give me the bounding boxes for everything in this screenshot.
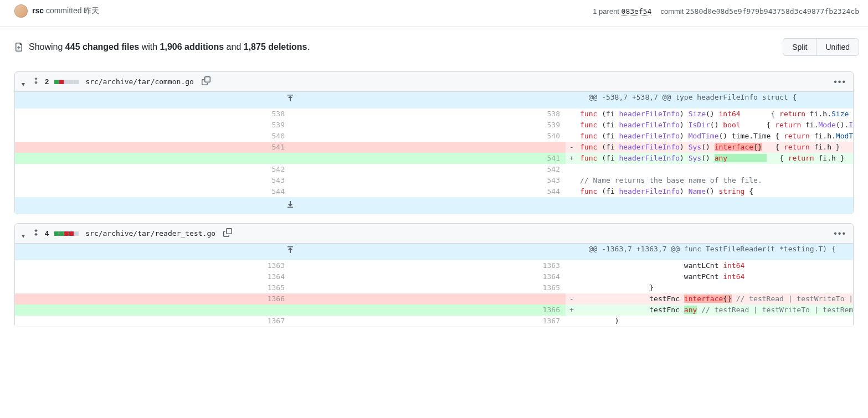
code-content: wantPCnt int64 bbox=[578, 271, 853, 282]
diffstat-block bbox=[64, 231, 69, 236]
parent-sha-link[interactable]: 083ef54 bbox=[622, 7, 652, 16]
new-line-number[interactable]: 542 bbox=[290, 164, 566, 175]
file-diff-icon[interactable] bbox=[14, 43, 23, 51]
new-line-number[interactable] bbox=[290, 293, 566, 305]
new-line-number[interactable]: 540 bbox=[290, 131, 566, 142]
commit-sha-block: 1 parent 083ef54 commit 2580d0e08d5e9f97… bbox=[593, 7, 859, 16]
file-path-link[interactable]: src/archive/tar/reader_test.go bbox=[85, 229, 215, 238]
diff-line-ctx: 539539 func (fi headerFileInfo) IsDir() … bbox=[15, 120, 853, 131]
svg-rect-2 bbox=[287, 246, 293, 247]
new-line-number[interactable]: 544 bbox=[290, 186, 566, 197]
copy-path-icon[interactable] bbox=[198, 76, 210, 87]
new-line-number[interactable]: 543 bbox=[290, 175, 566, 186]
old-line-number[interactable]: 542 bbox=[15, 164, 290, 175]
file-block: 2src/archive/tar/common.go••• @@ -538,7 … bbox=[14, 71, 854, 214]
file-header: 2src/archive/tar/common.go••• bbox=[15, 72, 853, 92]
marker bbox=[566, 92, 578, 109]
old-line-number[interactable]: 544 bbox=[15, 186, 290, 197]
old-line-number[interactable]: 539 bbox=[15, 120, 290, 131]
code-content bbox=[578, 164, 853, 175]
diffstat-block bbox=[74, 231, 79, 236]
code-content: ) bbox=[578, 316, 853, 327]
file-header: 4src/archive/tar/reader_test.go••• bbox=[15, 224, 853, 244]
expand-all-icon[interactable] bbox=[32, 76, 40, 87]
diff-marker bbox=[566, 109, 578, 120]
code-content: func (fi headerFileInfo) Size() int64 { … bbox=[578, 109, 853, 120]
expand-up-button[interactable] bbox=[15, 244, 566, 260]
diffstat-block bbox=[74, 80, 79, 84]
code-content: // Name returns the base name of the fil… bbox=[578, 175, 853, 186]
diff-marker bbox=[566, 164, 578, 175]
diffstat-block bbox=[54, 231, 59, 236]
copy-path-icon[interactable] bbox=[220, 228, 232, 239]
hunk-header-text: @@ -538,7 +538,7 @@ type headerFileInfo … bbox=[578, 92, 853, 109]
diff-marker bbox=[566, 131, 578, 142]
diff-marker bbox=[566, 186, 578, 197]
new-line-number[interactable]: 541 bbox=[290, 153, 566, 164]
kebab-menu-icon[interactable]: ••• bbox=[834, 77, 846, 87]
split-view-button[interactable]: Split bbox=[783, 38, 816, 56]
code-content: func (fi headerFileInfo) Sys() any { ret… bbox=[578, 153, 853, 164]
diff-line-del: 1366- testFnc interface{} // testRead | … bbox=[15, 293, 853, 305]
diffstat-block bbox=[54, 80, 59, 84]
code-content: testFnc any // testRead | testWriteTo | … bbox=[578, 305, 853, 316]
expand-all-icon[interactable] bbox=[32, 228, 40, 239]
new-line-number[interactable] bbox=[290, 142, 566, 153]
diff-marker bbox=[566, 175, 578, 186]
diff-line-add: 1366+ testFnc any // testRead | testWrit… bbox=[15, 305, 853, 316]
collapse-caret-icon[interactable] bbox=[22, 231, 27, 236]
change-count: 2 bbox=[45, 78, 49, 86]
old-line-number[interactable]: 541 bbox=[15, 142, 290, 153]
old-line-number[interactable] bbox=[15, 305, 290, 316]
old-line-number[interactable]: 1363 bbox=[15, 260, 290, 271]
author-link[interactable]: rsc bbox=[32, 6, 44, 15]
old-line-number[interactable]: 540 bbox=[15, 131, 290, 142]
code-content: func (fi headerFileInfo) Name() string { bbox=[578, 186, 853, 197]
file-path-link[interactable]: src/archive/tar/common.go bbox=[85, 78, 194, 86]
diff-line-ctx: 540540 func (fi headerFileInfo) ModTime(… bbox=[15, 131, 853, 142]
diffstat-block bbox=[59, 231, 64, 236]
new-line-number[interactable]: 538 bbox=[290, 109, 566, 120]
diff-line-ctx: 13671367 ) bbox=[15, 316, 853, 327]
hunk-header-row: @@ -538,7 +538,7 @@ type headerFileInfo … bbox=[15, 92, 853, 109]
diffstat bbox=[54, 80, 79, 84]
old-line-number[interactable]: 538 bbox=[15, 109, 290, 120]
diff-line-ctx: 543543 // Name returns the base name of … bbox=[15, 175, 853, 186]
file-block: 4src/archive/tar/reader_test.go••• @@ -1… bbox=[14, 223, 854, 327]
diff-table: @@ -538,7 +538,7 @@ type headerFileInfo … bbox=[15, 92, 853, 214]
marker bbox=[566, 244, 578, 260]
diff-line-add: 541+func (fi headerFileInfo) Sys() any {… bbox=[15, 153, 853, 164]
unified-view-button[interactable]: Unified bbox=[816, 38, 859, 56]
new-line-number[interactable]: 539 bbox=[290, 120, 566, 131]
old-line-number[interactable]: 1365 bbox=[15, 282, 290, 293]
diff-table: @@ -1363,7 +1363,7 @@ func TestFileReade… bbox=[15, 244, 853, 327]
diffstat-block bbox=[59, 80, 64, 84]
diff-line-ctx: 544544 func (fi headerFileInfo) Name() s… bbox=[15, 186, 853, 197]
new-line-number[interactable]: 1366 bbox=[290, 305, 566, 316]
new-line-number[interactable]: 1364 bbox=[290, 271, 566, 282]
period: . bbox=[307, 42, 309, 51]
old-line-number[interactable]: 1366 bbox=[15, 293, 290, 305]
diff-marker bbox=[566, 260, 578, 271]
diff-summary-row: Showing 445 changed files with 1,906 add… bbox=[0, 27, 868, 63]
new-line-number[interactable]: 1365 bbox=[290, 282, 566, 293]
old-line-number[interactable]: 1367 bbox=[15, 316, 290, 327]
old-line-number[interactable] bbox=[15, 153, 290, 164]
diff-marker: - bbox=[566, 142, 578, 153]
code-content: } bbox=[578, 282, 853, 293]
new-line-number[interactable]: 1363 bbox=[290, 260, 566, 271]
new-line-number[interactable]: 1367 bbox=[290, 316, 566, 327]
avatar[interactable] bbox=[14, 4, 28, 18]
code-content: func (fi headerFileInfo) Sys() interface… bbox=[578, 142, 853, 153]
diffstat-block bbox=[69, 80, 74, 84]
collapse-caret-icon[interactable] bbox=[22, 79, 27, 85]
commit-timestamp: 昨天 bbox=[84, 6, 99, 15]
old-line-number[interactable]: 543 bbox=[15, 175, 290, 186]
change-count: 4 bbox=[45, 229, 49, 238]
kebab-menu-icon[interactable]: ••• bbox=[834, 229, 846, 239]
expand-up-button[interactable] bbox=[15, 92, 566, 109]
diff-line-ctx: 542542 bbox=[15, 164, 853, 175]
additions-count: 1,906 additions bbox=[160, 42, 224, 51]
old-line-number[interactable]: 1364 bbox=[15, 271, 290, 282]
expand-down-button[interactable] bbox=[15, 197, 566, 214]
